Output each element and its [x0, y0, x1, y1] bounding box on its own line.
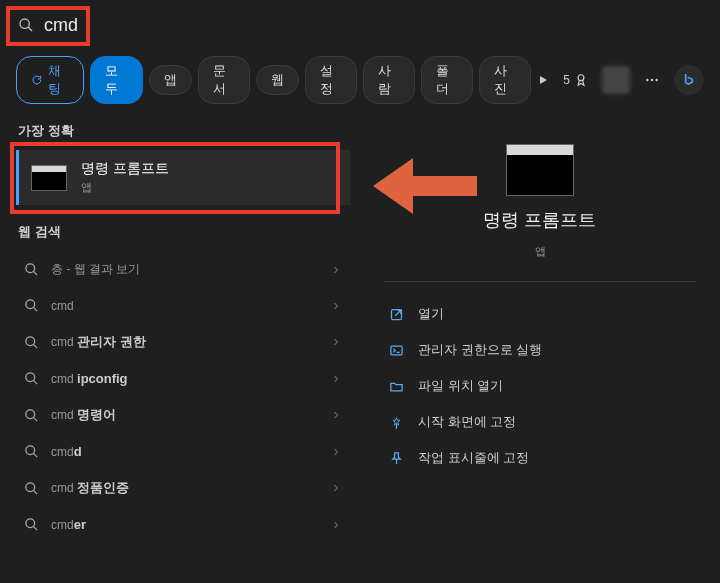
- chevron-right-icon: [330, 519, 342, 531]
- svg-point-17: [26, 446, 35, 455]
- search-bar[interactable]: [0, 0, 720, 50]
- svg-point-5: [651, 79, 653, 81]
- web-search-header: 웹 검색: [18, 223, 348, 241]
- avatar[interactable]: [602, 66, 630, 94]
- search-icon: [24, 408, 39, 423]
- pin-task-icon: [388, 451, 404, 466]
- tab-apps[interactable]: 앱: [149, 65, 192, 95]
- best-match-sub: 앱: [81, 180, 169, 195]
- web-search-label: cmd 명령어: [51, 406, 318, 424]
- tab-label: 앱: [164, 71, 177, 89]
- bing-icon[interactable]: [674, 65, 704, 95]
- action-label: 열기: [418, 305, 444, 323]
- web-search-label: 층 - 웹 결과 보기: [51, 261, 318, 278]
- tab-label: 문서: [213, 62, 235, 98]
- svg-line-16: [33, 417, 37, 421]
- svg-point-9: [26, 300, 35, 309]
- svg-line-1: [28, 27, 32, 31]
- search-icon: [24, 517, 39, 532]
- rewards-count: 5: [563, 73, 570, 87]
- cmd-app-icon: [31, 165, 67, 191]
- best-match-title: 명령 프롬프트: [81, 160, 169, 178]
- detail-action-folder[interactable]: 파일 위치 열기: [384, 368, 696, 404]
- best-match-header: 가장 정확: [18, 122, 348, 140]
- web-search-item[interactable]: cmd 관리자 권한: [16, 323, 350, 361]
- svg-line-18: [33, 453, 37, 457]
- chevron-right-icon: [330, 336, 342, 348]
- svg-point-0: [20, 19, 29, 28]
- tab-all[interactable]: 모두: [90, 56, 142, 104]
- web-search-item[interactable]: cmd 명령어: [16, 396, 350, 434]
- action-label: 파일 위치 열기: [418, 377, 503, 395]
- svg-point-19: [26, 482, 35, 491]
- chevron-right-icon: [330, 482, 342, 494]
- chevron-right-icon: [330, 373, 342, 385]
- web-search-label: cmdd: [51, 444, 318, 459]
- action-label: 시작 화면에 고정: [418, 413, 516, 431]
- svg-point-11: [26, 336, 35, 345]
- search-icon: [24, 371, 39, 386]
- detail-action-pin-start[interactable]: 시작 화면에 고정: [384, 404, 696, 440]
- svg-point-13: [26, 373, 35, 382]
- web-search-label: cmd 정품인증: [51, 479, 318, 497]
- web-search-item[interactable]: 층 - 웹 결과 보기: [16, 251, 350, 288]
- cmd-app-icon-large: [506, 144, 574, 196]
- tab-people[interactable]: 사람: [363, 56, 415, 104]
- tab-docs[interactable]: 문서: [198, 56, 250, 104]
- search-input[interactable]: [44, 15, 702, 36]
- filter-tabs: 채팅 모두 앱 문서 웹 설정 사람 폴더 사진 5: [0, 50, 720, 114]
- svg-rect-24: [390, 346, 401, 355]
- search-icon: [24, 335, 39, 350]
- detail-sub: 앱: [535, 244, 546, 259]
- detail-title: 명령 프롬프트: [483, 208, 596, 232]
- search-icon: [18, 17, 34, 33]
- chevron-right-icon: [330, 446, 342, 458]
- web-search-label: cmder: [51, 517, 318, 532]
- admin-icon: [388, 343, 404, 358]
- web-search-item[interactable]: cmd ipconfig: [16, 361, 350, 396]
- svg-marker-2: [540, 76, 547, 84]
- svg-point-4: [646, 79, 648, 81]
- svg-line-10: [33, 307, 37, 311]
- more-icon[interactable]: [644, 72, 660, 88]
- tab-folders[interactable]: 폴더: [421, 56, 473, 104]
- tab-label: 웹: [271, 71, 284, 89]
- tab-photos[interactable]: 사진: [479, 56, 531, 104]
- tab-label: 폴더: [436, 62, 458, 98]
- play-icon[interactable]: [537, 74, 549, 86]
- web-search-label: cmd ipconfig: [51, 371, 318, 386]
- detail-action-admin[interactable]: 관리자 권한으로 실행: [384, 332, 696, 368]
- svg-line-8: [33, 271, 37, 275]
- tab-chat[interactable]: 채팅: [16, 56, 84, 104]
- tab-label: 사진: [494, 62, 516, 98]
- pin-start-icon: [388, 415, 404, 430]
- search-icon: [24, 481, 39, 496]
- svg-line-20: [33, 490, 37, 494]
- detail-action-open[interactable]: 열기: [384, 296, 696, 332]
- folder-icon: [388, 379, 404, 394]
- detail-action-pin-task[interactable]: 작업 표시줄에 고정: [384, 440, 696, 476]
- chevron-right-icon: [330, 264, 342, 276]
- search-icon: [24, 298, 39, 313]
- web-search-item[interactable]: cmd 정품인증: [16, 469, 350, 507]
- search-icon: [24, 444, 39, 459]
- chevron-right-icon: [330, 409, 342, 421]
- chevron-right-icon: [330, 300, 342, 312]
- tab-label: 설정: [320, 62, 342, 98]
- best-match-item[interactable]: 명령 프롬프트 앱: [16, 150, 350, 205]
- tab-web[interactable]: 웹: [256, 65, 299, 95]
- search-icon: [24, 262, 39, 277]
- tab-settings[interactable]: 설정: [305, 56, 357, 104]
- open-icon: [388, 307, 404, 322]
- detail-panel-header: 명령 프롬프트 앱: [384, 124, 696, 282]
- tab-label: 채팅: [48, 62, 70, 98]
- rewards-badge[interactable]: 5: [563, 73, 588, 87]
- svg-point-3: [578, 75, 584, 81]
- svg-point-6: [655, 79, 657, 81]
- svg-line-12: [33, 344, 37, 348]
- web-search-label: cmd: [51, 298, 318, 313]
- web-search-item[interactable]: cmdd: [16, 434, 350, 469]
- web-search-item[interactable]: cmd: [16, 288, 350, 323]
- svg-point-21: [26, 519, 35, 528]
- web-search-item[interactable]: cmder: [16, 507, 350, 542]
